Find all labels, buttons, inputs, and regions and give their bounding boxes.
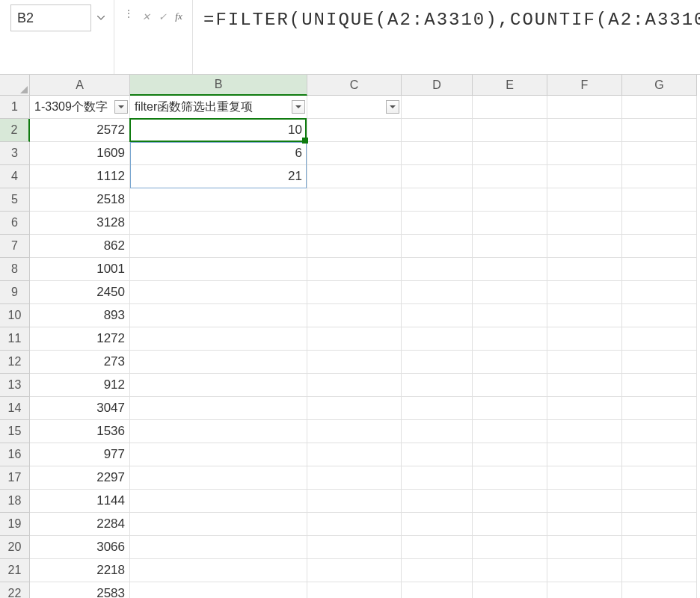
cell-D4[interactable] [402, 165, 473, 188]
cell-A4[interactable]: 1112 [30, 165, 130, 188]
cell-G12[interactable] [622, 351, 697, 374]
cell-D6[interactable] [402, 212, 473, 235]
cell-E5[interactable] [473, 188, 547, 212]
cell-A21[interactable]: 2218 [30, 559, 130, 582]
cell-G1[interactable] [622, 96, 697, 119]
row-header-20[interactable]: 20 [0, 536, 30, 559]
cell-A2[interactable]: 2572 [30, 119, 130, 142]
cell-G15[interactable] [622, 420, 697, 443]
cell-B5[interactable] [130, 188, 307, 212]
cell-D2[interactable] [402, 119, 473, 142]
cell-F14[interactable] [547, 397, 622, 420]
cell-D8[interactable] [402, 258, 473, 281]
cell-C11[interactable] [307, 327, 402, 351]
cell-A12[interactable]: 273 [30, 351, 130, 374]
cell-A8[interactable]: 1001 [30, 258, 130, 281]
cell-E13[interactable] [473, 374, 547, 397]
col-header-E[interactable]: E [473, 75, 547, 96]
cell-D22[interactable] [402, 582, 473, 598]
cell-G8[interactable] [622, 258, 697, 281]
cell-B6[interactable] [130, 212, 307, 235]
cell-F19[interactable] [547, 513, 622, 536]
cell-D15[interactable] [402, 420, 473, 443]
row-header-5[interactable]: 5 [0, 188, 30, 212]
cell-G10[interactable] [622, 304, 697, 327]
row-header-2[interactable]: 2 [0, 119, 30, 142]
cell-F21[interactable] [547, 559, 622, 582]
cell-A19[interactable]: 2284 [30, 513, 130, 536]
cell-A7[interactable]: 862 [30, 235, 130, 258]
cell-D13[interactable] [402, 374, 473, 397]
cell-B19[interactable] [130, 513, 307, 536]
cell-F5[interactable] [547, 188, 622, 212]
cell-D3[interactable] [402, 142, 473, 165]
row-header-10[interactable]: 10 [0, 304, 30, 327]
cell-B13[interactable] [130, 374, 307, 397]
cell-D17[interactable] [402, 466, 473, 490]
cell-G22[interactable] [622, 582, 697, 598]
cell-A14[interactable]: 3047 [30, 397, 130, 420]
cell-A13[interactable]: 912 [30, 374, 130, 397]
row-header-15[interactable]: 15 [0, 420, 30, 443]
cell-F13[interactable] [547, 374, 622, 397]
cell-C10[interactable] [307, 304, 402, 327]
cell-C1[interactable] [307, 96, 402, 119]
cell-B18[interactable] [130, 490, 307, 513]
cell-F22[interactable] [547, 582, 622, 598]
cell-G18[interactable] [622, 490, 697, 513]
cell-A3[interactable]: 1609 [30, 142, 130, 165]
cell-E15[interactable] [473, 420, 547, 443]
cell-F6[interactable] [547, 212, 622, 235]
row-header-13[interactable]: 13 [0, 374, 30, 397]
insert-function-button[interactable]: fx [171, 7, 186, 25]
cell-F12[interactable] [547, 351, 622, 374]
cell-F1[interactable] [547, 96, 622, 119]
cell-E3[interactable] [473, 142, 547, 165]
cell-C5[interactable] [307, 188, 402, 212]
cell-E6[interactable] [473, 212, 547, 235]
cell-C16[interactable] [307, 443, 402, 466]
cell-C12[interactable] [307, 351, 402, 374]
cell-G16[interactable] [622, 443, 697, 466]
cell-E2[interactable] [473, 119, 547, 142]
cell-A18[interactable]: 1144 [30, 490, 130, 513]
cell-C2[interactable] [307, 119, 402, 142]
cell-C3[interactable] [307, 142, 402, 165]
cell-E14[interactable] [473, 397, 547, 420]
cell-A15[interactable]: 1536 [30, 420, 130, 443]
cell-C15[interactable] [307, 420, 402, 443]
cell-G5[interactable] [622, 188, 697, 212]
cell-G6[interactable] [622, 212, 697, 235]
cell-B14[interactable] [130, 397, 307, 420]
cell-F18[interactable] [547, 490, 622, 513]
cell-B11[interactable] [130, 327, 307, 351]
cell-G11[interactable] [622, 327, 697, 351]
cell-D19[interactable] [402, 513, 473, 536]
cell-E16[interactable] [473, 443, 547, 466]
cell-E8[interactable] [473, 258, 547, 281]
cell-E1[interactable] [473, 96, 547, 119]
cell-E7[interactable] [473, 235, 547, 258]
cell-F11[interactable] [547, 327, 622, 351]
confirm-formula-button[interactable]: ✓ [155, 7, 170, 25]
cell-B17[interactable] [130, 466, 307, 490]
cell-G20[interactable] [622, 536, 697, 559]
cell-G7[interactable] [622, 235, 697, 258]
cell-C8[interactable] [307, 258, 402, 281]
cell-C20[interactable] [307, 536, 402, 559]
cell-A10[interactable]: 893 [30, 304, 130, 327]
select-all-corner[interactable] [0, 75, 30, 96]
cell-A1[interactable]: 1-3309个数字 [30, 96, 130, 119]
cell-G14[interactable] [622, 397, 697, 420]
cell-F20[interactable] [547, 536, 622, 559]
cell-B16[interactable] [130, 443, 307, 466]
cell-B7[interactable] [130, 235, 307, 258]
cell-B21[interactable] [130, 559, 307, 582]
cell-E20[interactable] [473, 536, 547, 559]
col-header-F[interactable]: F [547, 75, 622, 96]
cell-A17[interactable]: 2297 [30, 466, 130, 490]
cell-F17[interactable] [547, 466, 622, 490]
cell-D9[interactable] [402, 281, 473, 304]
row-header-16[interactable]: 16 [0, 443, 30, 466]
row-header-7[interactable]: 7 [0, 235, 30, 258]
